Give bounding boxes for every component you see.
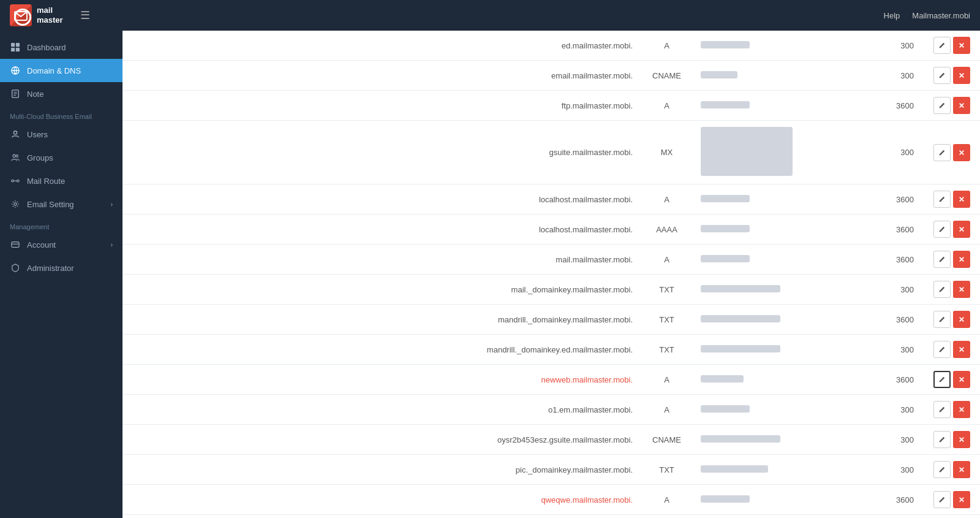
table-row: pic._domainkey.mailmaster.mobi.TXT300 xyxy=(123,455,980,485)
user-icon xyxy=(10,129,21,140)
delete-button[interactable] xyxy=(953,461,970,478)
main-layout: Dashboard Domain & DNS Note xyxy=(0,31,980,518)
chevron-right-icon: › xyxy=(111,201,113,208)
delete-button[interactable] xyxy=(953,144,970,161)
edit-button[interactable] xyxy=(933,37,951,54)
svg-point-10 xyxy=(13,131,17,134)
table-row: mail.mailmaster.mobi.A3600 xyxy=(123,245,980,275)
dns-value-cell xyxy=(691,91,875,121)
delete-button[interactable] xyxy=(953,37,970,54)
sidebar-item-domain-dns[interactable]: Domain & DNS xyxy=(0,59,123,82)
topnav-right: Help Mailmaster.mobi xyxy=(884,11,970,20)
edit-button[interactable] xyxy=(933,371,951,388)
delete-button[interactable] xyxy=(953,431,970,448)
table-row: ed.mailmaster.mobi.A300 xyxy=(123,31,980,61)
dns-actions-cell xyxy=(924,425,980,455)
svg-rect-1 xyxy=(11,43,15,47)
dns-name-cell: ed.mailmaster.mobi. xyxy=(123,31,643,61)
delete-button[interactable] xyxy=(953,491,970,508)
edit-button[interactable] xyxy=(933,281,951,298)
edit-button[interactable] xyxy=(933,401,951,418)
edit-button[interactable] xyxy=(933,431,951,448)
content-area: mail master mail master mail master mail… xyxy=(123,31,980,518)
dns-value-cell xyxy=(691,121,875,185)
sidebar-item-note[interactable]: Note xyxy=(0,82,123,105)
dns-ttl-cell: 3600 xyxy=(875,485,924,515)
edit-button[interactable] xyxy=(933,311,951,328)
delete-button[interactable] xyxy=(953,97,970,114)
dns-actions-cell xyxy=(924,185,980,215)
dns-value-cell xyxy=(691,61,875,91)
delete-button[interactable] xyxy=(953,311,970,328)
delete-button[interactable] xyxy=(953,191,970,208)
sidebar-item-administrator[interactable]: Administrator xyxy=(0,256,123,280)
dns-ttl-cell: 300 xyxy=(875,275,924,305)
dns-value-cell xyxy=(691,455,875,485)
svg-point-14 xyxy=(17,180,20,182)
dns-actions-cell xyxy=(924,215,980,245)
svg-point-13 xyxy=(12,180,14,182)
edit-button[interactable] xyxy=(933,97,951,114)
hamburger-button[interactable]: ☰ xyxy=(75,6,95,25)
gear-icon xyxy=(10,199,21,210)
sidebar-item-dashboard[interactable]: Dashboard xyxy=(0,36,123,59)
dns-type-cell: A xyxy=(643,185,691,215)
delete-button[interactable] xyxy=(953,401,970,418)
sidebar-item-account[interactable]: Account › xyxy=(0,233,123,256)
svg-point-15 xyxy=(14,203,17,205)
dns-type-cell: AAAA xyxy=(643,215,691,245)
dns-actions-cell xyxy=(924,31,980,61)
delete-button[interactable] xyxy=(953,341,970,358)
sidebar-item-users[interactable]: Users xyxy=(0,123,123,146)
help-link[interactable]: Help xyxy=(884,11,900,20)
delete-button[interactable] xyxy=(953,281,970,298)
delete-button[interactable] xyxy=(953,221,970,238)
edit-button[interactable] xyxy=(933,191,951,208)
dns-name-cell: localhost.mailmaster.mobi. xyxy=(123,185,643,215)
table-row: s1._domainkey.mailmaster.mobi.CNAME300 xyxy=(123,515,980,519)
dns-name-cell: o1.em.mailmaster.mobi. xyxy=(123,395,643,425)
dns-name-cell: s1._domainkey.mailmaster.mobi. xyxy=(123,515,643,519)
sidebar-label-note: Note xyxy=(27,90,43,99)
dns-actions-cell xyxy=(924,455,980,485)
dns-type-cell: A xyxy=(643,395,691,425)
dns-type-cell: A xyxy=(643,91,691,121)
sidebar-label-account: Account xyxy=(27,240,56,249)
user-menu[interactable]: Mailmaster.mobi xyxy=(912,11,970,20)
dns-name-cell: mandrill._domainkey.ed.mailmaster.mobi. xyxy=(123,335,643,365)
dns-actions-cell xyxy=(924,335,980,365)
dns-actions-cell xyxy=(924,515,980,519)
edit-button[interactable] xyxy=(933,144,951,161)
edit-button[interactable] xyxy=(933,491,951,508)
table-row: localhost.mailmaster.mobi.A3600 xyxy=(123,185,980,215)
dns-ttl-cell: 3600 xyxy=(875,185,924,215)
logo-icon xyxy=(10,4,32,26)
delete-button[interactable] xyxy=(953,371,970,388)
sidebar-label-email-setting: Email Setting xyxy=(27,200,74,209)
edit-button[interactable] xyxy=(933,251,951,268)
delete-button[interactable] xyxy=(953,67,970,84)
dns-ttl-cell: 3600 xyxy=(875,245,924,275)
sidebar-item-groups[interactable]: Groups xyxy=(0,146,123,169)
dns-name-cell: pic._domainkey.mailmaster.mobi. xyxy=(123,455,643,485)
delete-button[interactable] xyxy=(953,251,970,268)
sidebar-item-mail-route[interactable]: Mail Route xyxy=(0,169,123,192)
dns-type-cell: CNAME xyxy=(643,61,691,91)
table-row: email.mailmaster.mobi.CNAME300 xyxy=(123,61,980,91)
edit-button[interactable] xyxy=(933,221,951,238)
table-row: gsuite.mailmaster.mobi.MX300 xyxy=(123,121,980,185)
edit-button[interactable] xyxy=(933,341,951,358)
dns-type-cell: CNAME xyxy=(643,425,691,455)
dns-name-cell: qweqwe.mailmaster.mobi. xyxy=(123,485,643,515)
sidebar-label-groups: Groups xyxy=(27,153,53,162)
dns-value-cell xyxy=(691,425,875,455)
edit-button[interactable] xyxy=(933,461,951,478)
dns-name-cell: gsuite.mailmaster.mobi. xyxy=(123,121,643,185)
sidebar-item-email-setting[interactable]: Email Setting › xyxy=(0,192,123,216)
table-row: mandrill._domainkey.mailmaster.mobi.TXT3… xyxy=(123,305,980,335)
grid-icon xyxy=(10,42,21,53)
chevron-right-icon-account: › xyxy=(111,242,113,248)
dns-ttl-cell: 300 xyxy=(875,121,924,185)
edit-button[interactable] xyxy=(933,67,951,84)
dns-ttl-cell: 300 xyxy=(875,395,924,425)
